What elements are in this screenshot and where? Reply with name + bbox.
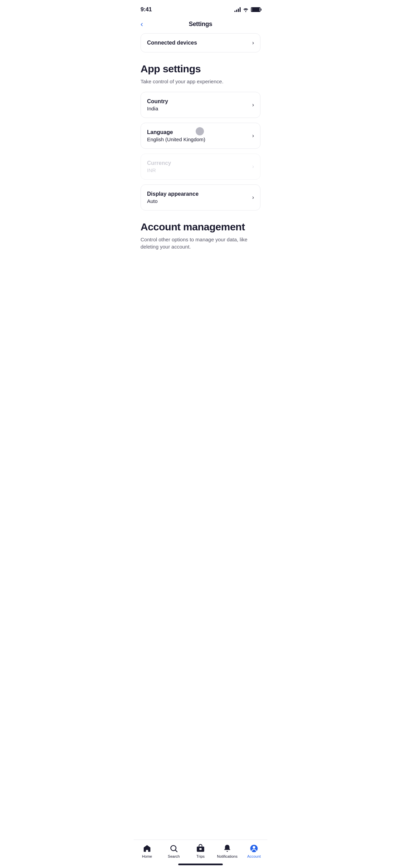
- country-chevron: ›: [252, 102, 254, 108]
- currency-title: Currency: [147, 160, 171, 166]
- country-title: Country: [147, 98, 168, 105]
- account-management-subtitle: Control other options to manage your dat…: [141, 236, 260, 250]
- display-appearance-content: Display appearance Auto: [147, 191, 198, 204]
- language-chevron: ›: [252, 133, 254, 139]
- settings-content: Connected devices › App settings Take co…: [134, 33, 267, 298]
- page-title: Settings: [189, 21, 212, 28]
- status-bar: 9:41: [134, 0, 267, 17]
- account-management-title: Account management: [141, 221, 260, 233]
- app-settings-subtitle: Take control of your app experience.: [141, 78, 260, 85]
- language-value: English (United Kingdom): [147, 136, 205, 142]
- display-appearance-value: Auto: [147, 198, 198, 204]
- back-button[interactable]: ‹: [141, 20, 143, 29]
- language-card[interactable]: Language English (United Kingdom) ›: [141, 123, 260, 149]
- currency-content: Currency INR: [147, 160, 171, 173]
- connected-devices-content: Connected devices: [147, 40, 197, 46]
- signal-icon: [234, 7, 241, 12]
- country-content: Country India: [147, 98, 168, 111]
- country-value: India: [147, 106, 168, 111]
- currency-chevron: ›: [252, 164, 254, 170]
- page-header: ‹ Settings: [134, 17, 267, 33]
- connected-devices-chevron: ›: [252, 40, 254, 46]
- currency-value: INR: [147, 167, 171, 173]
- app-settings-header: App settings Take control of your app ex…: [141, 63, 260, 85]
- display-appearance-card[interactable]: Display appearance Auto ›: [141, 184, 260, 210]
- svg-point-0: [245, 11, 246, 12]
- app-settings-title: App settings: [141, 63, 260, 75]
- battery-icon: [251, 7, 260, 12]
- display-appearance-title: Display appearance: [147, 191, 198, 197]
- display-appearance-chevron: ›: [252, 194, 254, 201]
- ripple-dot: [196, 127, 204, 135]
- wifi-icon: [243, 7, 249, 12]
- country-card[interactable]: Country India ›: [141, 92, 260, 118]
- account-management-header: Account management Control other options…: [141, 221, 260, 250]
- connected-devices-card[interactable]: Connected devices ›: [141, 33, 260, 52]
- status-icons: [234, 7, 260, 12]
- status-time: 9:41: [141, 6, 152, 13]
- connected-devices-title: Connected devices: [147, 40, 197, 46]
- currency-card[interactable]: Currency INR ›: [141, 154, 260, 180]
